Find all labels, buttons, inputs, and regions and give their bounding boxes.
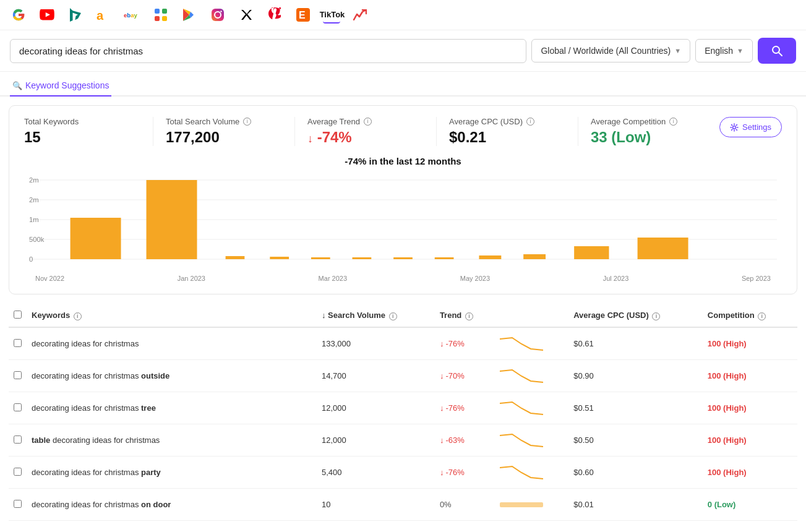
tab-bar: 🔍 Keyword Suggestions [0,72,806,97]
competition-cell: 100 (High) [703,424,797,457]
table-row: decorating ideas for christmas tree12,00… [9,392,797,424]
competition-value: 100 (High) [708,468,747,477]
stat-total-search-volume-value: 177,200 [166,129,282,146]
stat-total-search-volume-label: Total Search Volume [166,117,239,126]
keywords-table: Keywords i ↓ Search Volume i Trend i Ave… [9,304,797,532]
svg-rect-29 [353,257,372,259]
search-input[interactable] [19,46,517,56]
search-input-wrap[interactable] [10,39,526,63]
select-all-checkbox[interactable] [14,311,22,319]
keyword-cell: decorating ideas for christmas log [27,521,317,533]
svg-rect-2 [155,9,160,14]
info-icon: i [243,118,251,126]
row-checkbox[interactable] [14,339,22,347]
apps-icon[interactable] [152,6,169,24]
x-icon[interactable] [238,6,255,24]
svg-text:0: 0 [29,255,33,263]
chart-label-jan2023: Jan 2023 [178,275,205,282]
amazon-icon[interactable]: a [95,6,113,24]
row-checkbox[interactable] [14,500,22,508]
tab-keyword-suggestions[interactable]: 🔍 Keyword Suggestions [10,75,111,97]
row-checkbox[interactable] [14,371,22,379]
competition-cell: 100 (High) [703,360,797,392]
ebay-icon[interactable]: ebay [124,6,141,24]
svg-text:2m: 2m [29,176,39,184]
location-dropdown[interactable]: Global / Worldwide (All Countries) ▼ [531,39,690,62]
svg-text:ebay: ebay [124,12,138,19]
keyword-bold: party [141,468,161,477]
stat-avg-trend: Average Trend i ↓ -74% [294,117,436,146]
stat-avg-competition-value: 33 (Low) [591,129,707,146]
stat-avg-competition-label: Average Competition [591,117,666,126]
trend-value-cell: ↓ -76% [435,327,495,360]
trend-value-cell: ↓ -76% [435,457,495,489]
playstore-icon[interactable] [181,6,198,24]
competition-value: 100 (High) [708,435,747,445]
location-label: Global / Worldwide (All Countries) [541,46,671,56]
keywords-header: Keywords i [27,304,317,327]
etsy-icon[interactable]: E [294,6,312,24]
instagram-icon[interactable] [209,6,226,24]
stat-avg-cpc-label: Average CPC (USD) [449,117,523,126]
svg-text:500k: 500k [29,236,45,243]
row-checkbox[interactable] [14,468,22,476]
cpc-cell: $0.51 [568,392,703,424]
trend-chart-header [495,304,568,327]
svg-text:2m: 2m [29,196,39,204]
trend-chart-cell [495,327,568,360]
stat-avg-trend-number: -74% [317,129,352,145]
row-checkbox[interactable] [14,403,22,411]
trend-value: ↓ -76% [440,339,490,348]
stats-panel: Total Keywords 15 Total Search Volume i … [9,105,797,294]
tiktok-label: TikTok [320,10,345,19]
bing-icon[interactable] [67,6,84,24]
stat-avg-trend-label: Average Trend [307,117,360,126]
keyword-bold: on door [141,500,171,509]
svg-rect-9 [296,8,310,22]
tiktok-icon[interactable]: TikTok [323,6,340,24]
keyword-cell: decorating ideas for christmas outside [27,360,317,392]
svg-rect-24 [71,218,121,259]
search-volume-cell: 12,000 [317,392,435,424]
pinterest-icon[interactable] [266,6,283,24]
competition-cell: 100 (High) [703,392,797,424]
chart-label-sep2023: Sep 2023 [742,275,771,282]
competition-value: 100 (High) [708,371,747,380]
trend-chart-cell [495,392,568,424]
svg-rect-26 [226,256,245,259]
keyword-cell: decorating ideas for christmas tree [27,392,317,424]
search-volume-cell: 14,700 [317,360,435,392]
competition-cell: 0 (Low) [703,521,797,533]
trend-value: ↓ -63% [440,435,490,445]
language-dropdown[interactable]: English ▼ [695,39,753,62]
svg-point-8 [220,11,221,12]
competition-value: 0 (Low) [708,500,736,509]
info-icon: i [526,118,534,126]
cpc-cell: $0.01 [568,521,703,533]
settings-button[interactable]: Settings [719,117,782,137]
keyword-bold: table [32,435,50,445]
trend-down-arrow: ↓ [307,132,313,145]
tab-label: Keyword Suggestions [25,80,109,90]
keyword-cell: decorating ideas for christmas [27,327,317,360]
competition-cell: 0 (Low) [703,489,797,521]
google-icon[interactable] [10,6,27,24]
stat-total-keywords-label: Total Keywords [24,117,79,126]
trend-icon[interactable] [351,6,369,24]
row-checkbox[interactable] [14,435,22,444]
cpc-cell: $0.61 [568,327,703,360]
stat-total-keywords: Total Keywords 15 [24,117,153,146]
trend-chart-cell [495,521,568,533]
trend-arrow-down: ↓ [440,339,444,348]
table-row: decorating ideas for christmas log100%$0… [9,521,797,533]
svg-rect-34 [574,246,609,259]
search-button[interactable] [758,38,796,64]
competition-cell: 100 (High) [703,457,797,489]
keyword-cell: decorating ideas for christmas on door [27,489,317,521]
svg-rect-27 [270,257,289,259]
youtube-icon[interactable] [38,6,56,24]
table-row: decorating ideas for christmas party5,40… [9,457,797,489]
chart-label-nov2022: Nov 2022 [35,275,64,282]
stat-total-search-volume: Total Search Volume i 177,200 [153,117,294,146]
chart-label-may2023: May 2023 [460,275,490,282]
